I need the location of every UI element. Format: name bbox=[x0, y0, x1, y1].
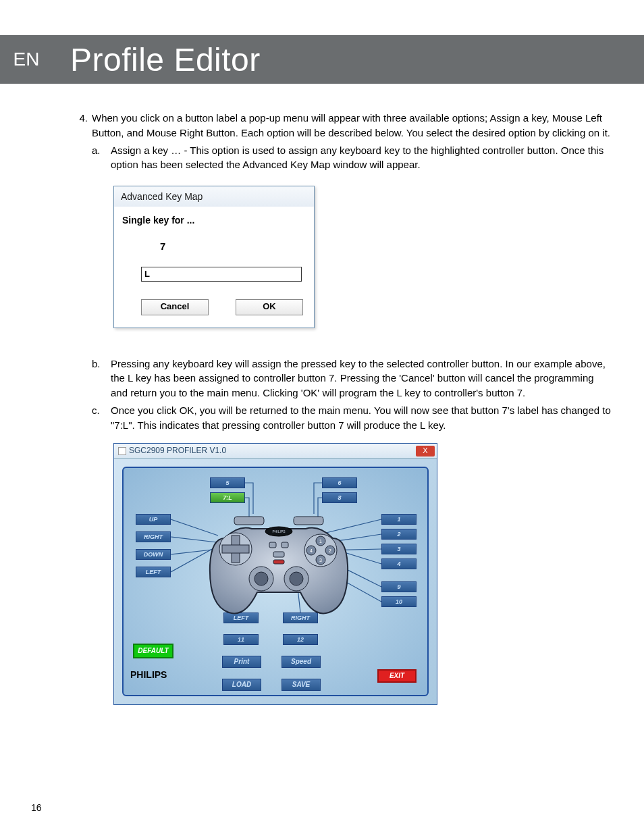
step-4: 4. When you click on a button label a po… bbox=[72, 111, 612, 140]
step-4c: c. Once you click OK, you will be return… bbox=[72, 403, 612, 433]
svg-point-21 bbox=[254, 572, 268, 585]
svg-text:PHILIPS: PHILIPS bbox=[272, 529, 286, 533]
single-key-for-label: Single key for ... bbox=[122, 213, 306, 227]
button-12-label[interactable]: 12 bbox=[283, 634, 318, 645]
dpad-down-label[interactable]: DOWN bbox=[136, 549, 171, 560]
svg-text:3: 3 bbox=[319, 558, 322, 563]
step-4c-letter: c. bbox=[92, 403, 111, 433]
philips-logo: PHILIPS bbox=[130, 668, 167, 681]
step-4a-letter: a. bbox=[92, 143, 111, 173]
language-indicator: EN bbox=[0, 35, 53, 84]
button-9-label[interactable]: 9 bbox=[381, 581, 417, 592]
body-content: 4. When you click on a button label a po… bbox=[72, 111, 612, 705]
close-button[interactable]: X bbox=[416, 446, 435, 457]
gamepad-illustration: 1 2 3 4 PHILIPS bbox=[205, 511, 353, 619]
page-title: Profile Editor bbox=[53, 41, 261, 78]
step-4c-text: Once you click OK, you will be returned … bbox=[111, 403, 612, 433]
page-number: 16 bbox=[31, 802, 42, 813]
button-11-label[interactable]: 11 bbox=[223, 634, 259, 645]
save-button[interactable]: SAVE bbox=[281, 679, 321, 691]
advanced-key-map-dialog: Advanced Key Map Single key for ... 7 Ca… bbox=[113, 186, 315, 328]
dpad-up-label[interactable]: UP bbox=[136, 514, 171, 525]
load-button[interactable]: LOAD bbox=[222, 679, 261, 691]
dialog-titlebar: Advanced Key Map bbox=[114, 186, 314, 207]
svg-rect-4 bbox=[222, 545, 249, 553]
header-bar: EN Profile Editor bbox=[0, 35, 644, 84]
svg-rect-1 bbox=[294, 517, 323, 525]
key-input[interactable] bbox=[141, 267, 302, 282]
svg-rect-19 bbox=[273, 560, 284, 564]
default-button[interactable]: DEFAULT bbox=[133, 644, 173, 658]
button-5-label[interactable]: 5 bbox=[210, 477, 245, 488]
button-3-label[interactable]: 3 bbox=[381, 544, 417, 554]
step-4-number: 4. bbox=[72, 111, 92, 140]
step-4-text: When you click on a button label a pop-u… bbox=[92, 111, 612, 140]
step-4a: a. Assign a key … - This option is used … bbox=[72, 143, 612, 173]
step-4b-text: Pressing any keyboard key will assign th… bbox=[111, 357, 612, 400]
profiler-window: SGC2909 PROFILER V1.0 X 5 6 7:L 8 UP RIG… bbox=[113, 443, 437, 705]
button-number-display: 7 bbox=[122, 239, 306, 254]
button-4-label[interactable]: 4 bbox=[381, 558, 417, 569]
button-2-label[interactable]: 2 bbox=[381, 529, 417, 540]
profiler-title-text: SGC2909 PROFILER V1.0 bbox=[129, 445, 226, 457]
profiler-panel: 5 6 7:L 8 UP RIGHT DOWN LEFT 1 2 3 4 9 1… bbox=[122, 467, 429, 696]
cancel-button[interactable]: Cancel bbox=[141, 299, 209, 315]
step-4b-letter: b. bbox=[92, 357, 111, 400]
profiler-titlebar: SGC2909 PROFILER V1.0 X bbox=[114, 444, 437, 459]
dpad-left-label[interactable]: LEFT bbox=[136, 567, 171, 577]
ok-button[interactable]: OK bbox=[236, 299, 303, 315]
svg-rect-18 bbox=[273, 552, 284, 557]
print-button[interactable]: Print bbox=[222, 656, 261, 668]
svg-rect-17 bbox=[281, 542, 288, 548]
svg-rect-0 bbox=[234, 517, 264, 525]
button-8-label[interactable]: 8 bbox=[322, 492, 357, 503]
step-4a-text: Assign a key … - This option is used to … bbox=[111, 143, 612, 173]
dpad-right-label[interactable]: RIGHT bbox=[136, 531, 171, 542]
button-7-label[interactable]: 7:L bbox=[210, 492, 245, 503]
button-10-label[interactable]: 10 bbox=[381, 596, 417, 607]
svg-rect-16 bbox=[269, 542, 276, 548]
speed-button[interactable]: Speed bbox=[281, 656, 321, 668]
svg-point-23 bbox=[290, 572, 303, 585]
svg-text:2: 2 bbox=[329, 548, 331, 553]
button-1-label[interactable]: 1 bbox=[381, 514, 417, 525]
button-6-label[interactable]: 6 bbox=[322, 477, 357, 488]
exit-button[interactable]: EXIT bbox=[377, 669, 417, 683]
steps-b-c: b. Pressing any keyboard key will assign… bbox=[72, 357, 612, 433]
svg-text:4: 4 bbox=[310, 548, 313, 553]
app-icon bbox=[118, 447, 126, 455]
svg-text:1: 1 bbox=[319, 539, 322, 544]
step-4b: b. Pressing any keyboard key will assign… bbox=[72, 357, 612, 400]
